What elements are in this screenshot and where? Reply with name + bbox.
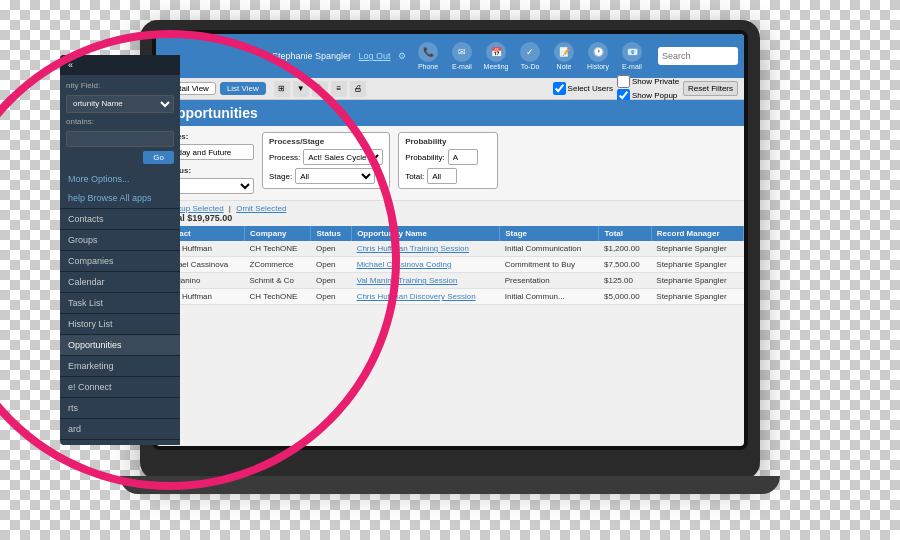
opportunities-table: Contact Company Status Opportunity Name … [156,226,744,305]
columns-icon[interactable]: ≡ [331,81,347,97]
sidebar-search-area: nity Field: ortunity Name ontains: Go [60,75,180,170]
process-stage-filter-box: Process/Stage Process: Act! Sales Cycle … [262,132,390,189]
email2-label: E-mail [622,63,642,70]
toolbar-meeting[interactable]: 📅 Meeting [482,42,510,70]
grid-icon[interactable]: ⊞ [274,81,290,97]
table-body: Chris Huffman CH TechONE Open Chris Huff… [156,241,744,305]
cell-status-1: Open [311,241,352,257]
contains-label: ontains: [66,117,174,126]
cell-status-2: Open [311,257,352,273]
logout-link[interactable]: Log Out [358,51,390,61]
sidebar-panel: « nity Field: ortunity Name ontains: Go … [60,55,180,445]
select-users-checkbox[interactable] [553,82,566,95]
sidebar-help-link[interactable]: help Browse All apps [60,188,180,209]
phone-label: Phone [418,63,438,70]
phone-icon: 📞 [418,42,438,62]
filter-icon[interactable]: ▼ [293,81,309,97]
cell-total-1: $1,200.00 [599,241,651,257]
cell-opp-2[interactable]: Michael Cassinova Coding [352,257,500,273]
subtoolbar-icons: ⊞ ▼ 🔍 ≡ 🖨 [274,81,366,97]
settings-icon[interactable]: ⚙ [398,51,406,61]
sidebar-item-ard[interactable]: ard [60,419,180,440]
more-options-link[interactable]: More Options... [60,170,180,188]
main-toolbar: Stephanie Spangler Log Out ⚙ 📞 Phone ✉ [156,34,744,78]
sidebar-item-calendar[interactable]: Calendar [60,272,180,293]
contains-input[interactable] [66,131,174,147]
email2-icon: 📧 [622,42,642,62]
cell-company-4: CH TechONE [245,289,311,305]
col-stage: Stage [500,226,599,241]
table-header: Contact Company Status Opportunity Name … [156,226,744,241]
cell-manager-3: Stephanie Spangler [651,273,743,289]
cell-manager-2: Stephanie Spangler [651,257,743,273]
meeting-icon: 📅 [486,42,506,62]
field-select[interactable]: ortunity Name [66,95,174,113]
opportunities-table-container[interactable]: Contact Company Status Opportunity Name … [156,226,744,446]
cell-total-4: $5,000.00 [599,289,651,305]
global-search-input[interactable] [658,47,738,65]
process-select[interactable]: Act! Sales Cycle [303,149,383,165]
username-label: Stephanie Spangler [272,51,351,61]
opp-link-3[interactable]: Val Manino Training Session [357,276,458,285]
probability-sublabel: Probability: [405,153,445,162]
toolbar-todo[interactable]: ✓ To-Do [516,42,544,70]
toolbar-note[interactable]: 📝 Note [550,42,578,70]
laptop-screen: Stephanie Spangler Log Out ⚙ 📞 Phone ✉ [156,34,744,446]
probability-input[interactable] [448,149,478,165]
cell-manager-1: Stephanie Spangler [651,241,743,257]
email-icon: ✉ [452,42,472,62]
todo-label: To-Do [521,63,540,70]
print-icon[interactable]: 🖨 [350,81,366,97]
reset-filters-button[interactable]: Reset Filters [683,81,738,96]
cell-status-3: Open [311,273,352,289]
toolbar-phone[interactable]: 📞 Phone [414,42,442,70]
sidebar-item-groups[interactable]: Groups [60,230,180,251]
opp-link-4[interactable]: Chris Huffman Discovery Session [357,292,476,301]
table-row: Chris Huffman CH TechONE Open Chris Huff… [156,241,744,257]
meeting-label: Meeting [484,63,509,70]
cell-stage-2: Commitment to Buy [500,257,599,273]
table-row: Michael Cassinova ZCommerce Open Michael… [156,257,744,273]
view-switcher-toolbar: Detail View List View ⊞ ▼ 🔍 ≡ 🖨 Select U… [156,78,744,100]
todo-icon: ✓ [520,42,540,62]
sidebar-item-companies[interactable]: Companies [60,251,180,272]
page-title: Opportunities [156,100,744,126]
email-label: E-mail [452,63,472,70]
history-icon: 🕐 [588,42,608,62]
field-label: nity Field: [66,81,174,90]
process-sublabel: Process: [269,153,300,162]
stage-select[interactable]: All [295,168,375,184]
toolbar-email2[interactable]: 📧 E-mail [618,42,646,70]
laptop-frame: Stephanie Spangler Log Out ⚙ 📞 Phone ✉ [140,20,760,480]
sidebar-item-emarketing[interactable]: Emarketing [60,356,180,377]
cell-total-3: $125.00 [599,273,651,289]
col-status: Status [311,226,352,241]
opp-link-2[interactable]: Michael Cassinova Coding [357,260,452,269]
sidebar-item-history-list[interactable]: History List [60,314,180,335]
cell-opp-3[interactable]: Val Manino Training Session [352,273,500,289]
omit-selected-link[interactable]: Omit Selected [236,204,286,213]
chevron-left-icon[interactable]: « [68,60,73,70]
total-input[interactable] [427,168,457,184]
toolbar-email[interactable]: ✉ E-mail [448,42,476,70]
stage-sublabel: Stage: [269,172,292,181]
list-view-button[interactable]: List View [220,82,266,95]
cell-opp-1[interactable]: Chris Huffman Training Session [352,241,500,257]
probability-title: Probability [405,137,491,146]
cell-opp-4[interactable]: Chris Huffman Discovery Session [352,289,500,305]
process-stage-title: Process/Stage [269,137,383,146]
toolbar-history[interactable]: 🕐 History [584,42,612,70]
show-private-checkbox[interactable] [617,75,630,88]
sidebar-item-connect[interactable]: e! Connect [60,377,180,398]
screen-bezel: Stephanie Spangler Log Out ⚙ 📞 Phone ✉ [152,30,748,450]
go-button[interactable]: Go [143,151,174,164]
search-icon[interactable]: 🔍 [312,81,328,97]
sidebar-item-contacts[interactable]: Contacts [60,209,180,230]
sidebar-item-rts[interactable]: rts [60,398,180,419]
cell-company-2: ZCommerce [245,257,311,273]
opp-link-1[interactable]: Chris Huffman Training Session [357,244,469,253]
cell-stage-1: Initial Communication [500,241,599,257]
sidebar-item-opportunities[interactable]: Opportunities [60,335,180,356]
history-label: History [587,63,609,70]
sidebar-item-task-list[interactable]: Task List [60,293,180,314]
